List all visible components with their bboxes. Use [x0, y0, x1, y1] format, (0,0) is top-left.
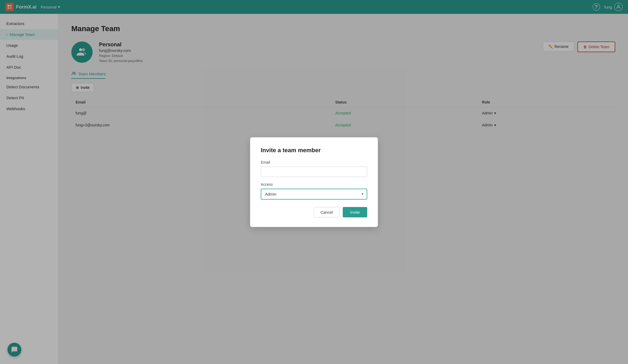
email-input[interactable]	[261, 167, 367, 177]
modal-actions: Cancel Invite	[261, 207, 367, 217]
cancel-button[interactable]: Cancel	[314, 207, 340, 217]
access-select-wrapper: Admin Member Viewer ▾	[261, 189, 367, 200]
email-label: Email	[261, 160, 367, 164]
modal-title: Invite a team member	[261, 147, 367, 154]
modal-overlay: Invite a team member Email Access Admin …	[0, 0, 628, 364]
modal-invite-button[interactable]: Invite	[343, 207, 367, 217]
access-label: Access	[261, 182, 367, 187]
invite-modal: Invite a team member Email Access Admin …	[250, 137, 378, 227]
access-select[interactable]: Admin Member Viewer	[261, 189, 367, 200]
